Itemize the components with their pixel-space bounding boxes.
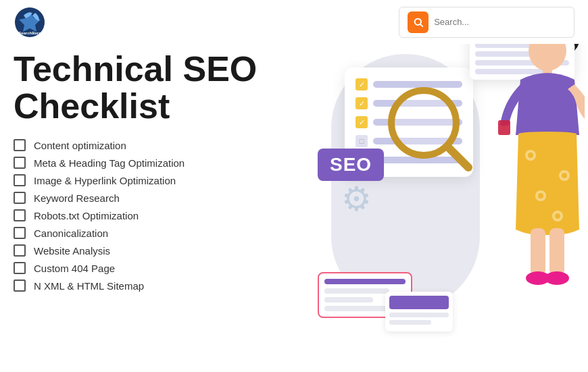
page-title: Technical SEO Checklist — [14, 51, 297, 124]
list-item: Keyword Research — [14, 192, 297, 204]
list-item: Custom 404 Page — [14, 262, 297, 274]
doc-checkmark: ✓ — [356, 116, 368, 128]
checkbox-6[interactable] — [14, 227, 26, 239]
logo-area: SearchBerg — [14, 6, 46, 38]
checkbox-3[interactable] — [14, 174, 26, 186]
doc-checkmark: ✓ — [356, 97, 368, 109]
list-item: Content optimization — [14, 139, 297, 151]
gear-icon: ⚙ — [341, 182, 378, 219]
svg-point-20 — [545, 271, 569, 285]
list-item: Meta & Heading Tag Optimization — [14, 157, 297, 169]
svg-point-14 — [538, 193, 543, 198]
svg-rect-17 — [531, 228, 545, 275]
svg-line-5 — [448, 147, 468, 167]
search-icon — [413, 17, 424, 28]
checkbox-9[interactable] — [14, 280, 26, 292]
doc-checkmark: □ — [356, 135, 368, 147]
svg-point-2 — [414, 18, 420, 24]
browser-nested-top — [389, 296, 449, 309]
main-content: Technical SEO Checklist Content optimiza… — [0, 44, 588, 372]
svg-text:SearchBerg: SearchBerg — [18, 31, 41, 35]
checkbox-5[interactable] — [14, 209, 26, 221]
browser-nested-line — [389, 320, 431, 325]
list-item: Website Analysis — [14, 244, 297, 257]
search-bar[interactable] — [399, 7, 574, 38]
svg-point-10 — [528, 153, 533, 158]
magnifier-icon — [382, 81, 476, 176]
checklist: Content optimization Meta & Heading Tag … — [14, 139, 297, 292]
svg-rect-21 — [498, 120, 510, 135]
doc-checkmark: ✓ — [356, 78, 368, 90]
svg-line-3 — [420, 24, 423, 27]
list-item: Image & Hyperlink Optimization — [14, 174, 297, 186]
browser-bar — [324, 279, 406, 284]
list-item: Robots.txt Optimization — [14, 209, 297, 221]
browser-line — [324, 288, 389, 294]
right-illustration: ✓ ✓ ✓ □ □ — [277, 0, 588, 372]
browser-line — [324, 297, 373, 302]
checkbox-4[interactable] — [14, 192, 26, 204]
checkbox-7[interactable] — [14, 244, 26, 257]
svg-rect-18 — [549, 228, 564, 275]
left-content: Technical SEO Checklist Content optimiza… — [14, 51, 297, 292]
list-item: Canonicalization — [14, 227, 297, 239]
browser-nested — [385, 292, 453, 331]
svg-point-12 — [562, 173, 567, 178]
logo-icon: SearchBerg — [14, 6, 46, 38]
header: SearchBerg — [0, 0, 588, 44]
checkbox-2[interactable] — [14, 157, 26, 169]
checkbox-1[interactable] — [14, 139, 26, 151]
list-item: N XML & HTML Sitemap — [14, 280, 297, 292]
svg-point-16 — [555, 213, 560, 219]
search-input[interactable] — [434, 17, 566, 27]
search-icon-box — [408, 11, 428, 33]
checkbox-8[interactable] — [14, 262, 26, 274]
seo-badge: SEO — [318, 149, 384, 181]
person-illustration — [470, 14, 585, 304]
browser-nested-line — [389, 313, 449, 317]
